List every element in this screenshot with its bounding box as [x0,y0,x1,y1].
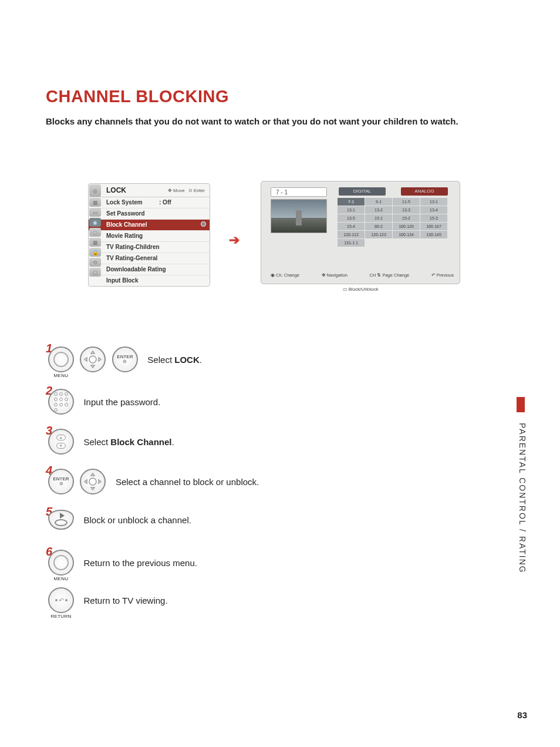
channel-cell[interactable]: 7-1 [338,198,365,206]
play-button-icon [48,510,74,530]
channel-cell[interactable]: 130-145 [420,231,447,238]
channel-cell [365,239,392,247]
dpad-button-icon [80,469,106,494]
menu-lock-system[interactable]: Lock System: Off [89,197,210,208]
channel-cell [420,239,447,247]
channel-cell[interactable]: 9-1 [365,198,392,206]
channel-cell[interactable]: 120-123 [365,231,392,238]
section-label: PARENTAL CONTROL / RATING [518,423,527,574]
menu-tv-rating-children[interactable]: TV Rating-Children [89,242,210,253]
step-6: 6 MENU Return to the previous menu. [48,550,197,576]
cat-icon: ◌ [89,228,101,237]
menu-tv-rating-general[interactable]: TV Rating-General [89,253,210,264]
osd-channel-grid: 7 - 1 DIGITAL ANALOG 7-1 9-1 11-5 13-1 1… [261,181,460,284]
channel-grid: 7-1 9-1 11-5 13-1 13-1 13-2 13-3 13-4 13… [338,198,447,247]
channel-cell[interactable]: 100-167 [420,223,447,230]
cat-icon: ⟲ [89,258,101,267]
channel-preview-image [271,199,327,233]
channel-cell [393,239,420,247]
channel-cell[interactable]: 13-3 [393,206,420,214]
arrow-right-icon: ➔ [229,233,239,248]
osd-title: LOCK [106,186,126,194]
channel-cell[interactable]: 100-126 [393,223,420,230]
hint-enter: ⊙ Enter [188,188,205,193]
menu-movie-rating[interactable]: Movie Rating [89,231,210,242]
channel-cell[interactable]: 120-112 [338,231,365,238]
tab-digital[interactable]: DIGITAL [339,187,386,196]
channel-cell[interactable]: 15-1 [365,214,392,222]
menu-button-icon: MENU [48,550,74,576]
osd-hints: ◉Ch. Change ✥Navigation CH⇅Page Change ↶… [271,272,454,278]
menu-downloadable-rating[interactable]: Downloadable Rating [89,264,210,275]
section-tab-indicator [517,397,525,412]
menu-set-password[interactable]: Set Password [89,208,210,220]
channel-cell[interactable]: 13-1 [420,198,447,206]
osd-lock-menu: LOCK ✥ Move ⊙ Enter Lock System: Off Set… [88,183,210,287]
channel-cell[interactable]: 13-4 [420,206,447,214]
step-7: ↶ RETURN Return to TV viewing. [48,587,168,613]
step-3: 3 ▴▾ Select Block Channel. [48,429,174,455]
menu-block-channel[interactable]: Block Channel [89,220,210,231]
page-title: CHANNEL BLOCKING [46,87,229,106]
osd-header: LOCK ✥ Move ⊙ Enter [89,184,210,197]
tab-analog[interactable]: ANALOG [401,187,448,196]
svg-point-1 [89,478,96,485]
cat-icon: ◉ [89,218,101,227]
page-subtitle: Blocks any channels that you do not want… [46,116,458,126]
keypad-button-icon [48,389,74,415]
lock-category-icon: ◎ [89,184,101,197]
channel-cell[interactable]: 15-4 [338,223,365,230]
channel-preview-number: 7 - 1 [271,187,327,197]
cat-icon: ▭ [89,208,101,217]
return-button-icon: ↶ RETURN [48,587,74,613]
channel-cell[interactable]: 131-1 1 [338,239,365,247]
hint-move: ✥ Move [168,188,185,193]
step-1: 1 MENU ENTER⊙ Select LOCK. [48,346,202,372]
menu-input-block[interactable]: Input Block [89,275,210,286]
channel-cell[interactable]: 100-134 [393,231,420,238]
cat-icon: ▦ [89,198,101,207]
cat-icon: ▦ [89,238,101,247]
osd-category-icons: ◎ ▦ ▭ ◉ ◌ ▦ 🔒 ⟲ ▢ [89,184,101,278]
page-number: 83 [517,710,527,720]
channel-cell[interactable]: 15-3 [420,214,447,222]
menu-button-icon: MENU [48,346,74,372]
channel-cell[interactable]: 13-5 [338,214,365,222]
channel-cell[interactable]: 11-5 [393,198,420,206]
step-5: 5 Block or unblock a channel. [48,510,191,530]
channel-cell[interactable]: 13-2 [365,206,392,214]
step-2: 2 Input the password. [48,389,160,415]
enter-button-icon: ENTER⊙ [112,346,138,372]
channel-cell[interactable]: 80-2 [365,223,392,230]
step-4: 4 ENTER⊙ Select a channel to block or un… [48,469,259,494]
enter-button-icon: ENTER⊙ [48,469,74,494]
selection-indicator-icon [201,221,206,227]
dpad-button-icon [80,346,106,372]
osd-hint-block: ▭ Block/Unblock [261,287,460,292]
channel-cell[interactable]: 15-2 [393,214,420,222]
cat-icon: ▢ [89,268,101,277]
svg-point-0 [89,356,96,363]
updown-button-icon: ▴▾ [48,429,74,455]
cat-icon: 🔒 [89,248,101,257]
channel-cell[interactable]: 13-1 [338,206,365,214]
